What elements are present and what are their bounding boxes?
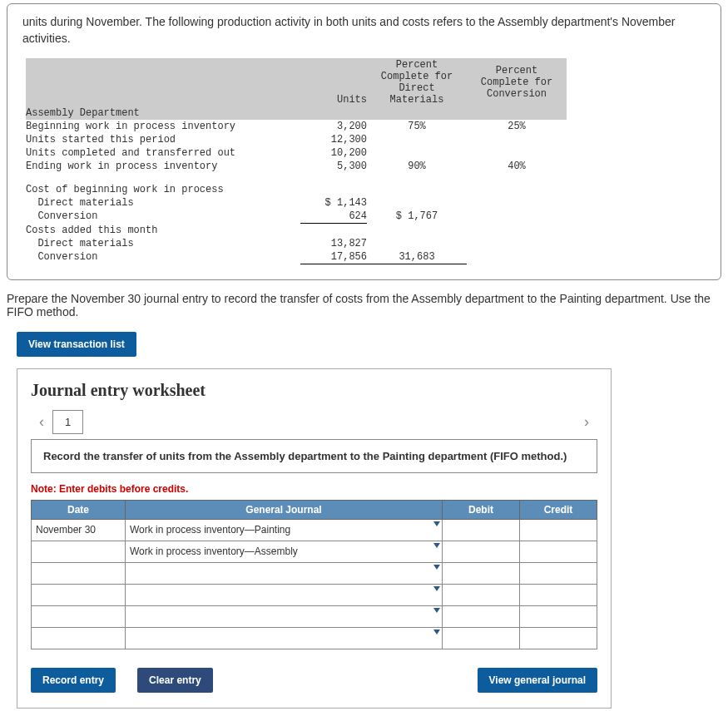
- col-date: Date: [32, 500, 126, 519]
- account-select[interactable]: [126, 627, 443, 649]
- journal-entry-table: Date General Journal Debit Credit Novemb…: [31, 500, 597, 649]
- debit-input[interactable]: [443, 519, 520, 541]
- entry-description: Record the transfer of units from the As…: [31, 439, 597, 473]
- account-select[interactable]: [126, 584, 443, 605]
- prev-entry-chevron[interactable]: ‹: [31, 413, 52, 431]
- record-entry-button[interactable]: Record entry: [31, 668, 116, 693]
- table-row: November 30 Work in process inventory—Pa…: [32, 519, 597, 541]
- table-row: [32, 584, 597, 605]
- debit-input[interactable]: [443, 541, 520, 562]
- worksheet-title: Journal entry worksheet: [31, 381, 597, 400]
- date-cell[interactable]: November 30: [32, 519, 126, 541]
- debits-credits-note: Note: Enter debits before credits.: [31, 483, 597, 495]
- clear-entry-button[interactable]: Clear entry: [137, 668, 213, 693]
- chevron-down-icon: [433, 630, 440, 634]
- production-data-table: Units PercentComplete forDirectMaterials…: [26, 58, 567, 264]
- chevron-down-icon: [433, 586, 440, 591]
- view-transaction-list-button[interactable]: View transaction list: [17, 332, 136, 357]
- account-select[interactable]: [126, 605, 443, 627]
- chevron-down-icon: [433, 543, 440, 548]
- chevron-down-icon: [433, 608, 440, 613]
- col-debit: Debit: [443, 500, 520, 519]
- table-row: [32, 562, 597, 584]
- credit-input[interactable]: [520, 519, 597, 541]
- date-cell[interactable]: [32, 541, 126, 562]
- col-credit: Credit: [520, 500, 597, 519]
- intro-text: units during November. The following pro…: [22, 14, 706, 47]
- account-select[interactable]: Work in process inventory—Assembly: [126, 541, 443, 562]
- chevron-down-icon: [433, 521, 440, 526]
- table-row: Work in process inventory—Assembly: [32, 541, 597, 562]
- instruction-text: Prepare the November 30 journal entry to…: [7, 292, 721, 318]
- col-general-journal: General Journal: [126, 500, 443, 519]
- view-general-journal-button[interactable]: View general journal: [478, 668, 597, 693]
- chevron-down-icon: [433, 565, 440, 570]
- credit-input[interactable]: [520, 541, 597, 562]
- journal-entry-panel: Journal entry worksheet ‹ 1 › Record the…: [17, 368, 612, 709]
- entry-tab-1[interactable]: 1: [52, 410, 83, 434]
- table-row: [32, 627, 597, 649]
- account-select[interactable]: Work in process inventory—Painting: [126, 519, 443, 541]
- next-entry-chevron[interactable]: ›: [576, 413, 597, 431]
- account-select[interactable]: [126, 562, 443, 584]
- table-row: [32, 605, 597, 627]
